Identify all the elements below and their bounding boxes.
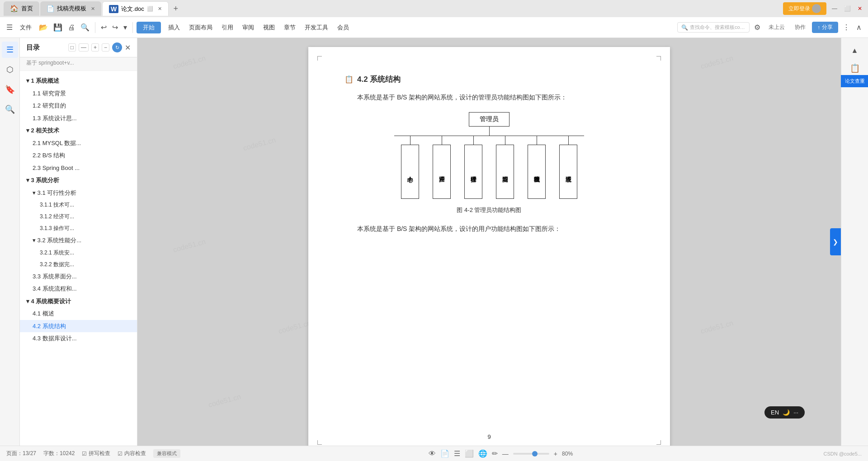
toolbar-members[interactable]: 会员 bbox=[334, 22, 353, 33]
pen-icon[interactable]: ✏ bbox=[492, 449, 498, 458]
share-button[interactable]: ↑ 分享 bbox=[812, 22, 838, 33]
toolbar-view[interactable]: 视图 bbox=[259, 22, 278, 33]
toc-item[interactable]: 3.2.2 数据完... bbox=[20, 259, 137, 270]
new-tab-button[interactable]: + bbox=[170, 2, 182, 15]
lang-label[interactable]: EN bbox=[771, 409, 779, 416]
tab-doc-close[interactable]: ✕ bbox=[158, 6, 162, 12]
content-check[interactable]: ☑ 内容检查 bbox=[118, 450, 146, 457]
user-avatar-icon bbox=[812, 4, 821, 13]
compat-mode-badge[interactable]: 兼容模式 bbox=[153, 449, 180, 458]
toc-item[interactable]: ▾ 1 系统概述 bbox=[20, 75, 137, 87]
redo-icon[interactable]: ↪ bbox=[110, 21, 120, 33]
toolbar-review[interactable]: 审阅 bbox=[239, 22, 258, 33]
more-dots[interactable]: ··· bbox=[793, 409, 798, 416]
toc-item[interactable]: 3.3 系统界面分... bbox=[20, 270, 137, 283]
toc-item[interactable]: 4.3 数据库设计... bbox=[20, 332, 137, 345]
more-icon[interactable]: ▾ bbox=[122, 21, 129, 33]
login-button[interactable]: 立即登录 bbox=[783, 2, 826, 15]
toc-item[interactable]: 2.1 MYSQL 数据... bbox=[20, 137, 137, 150]
heading-icon: 📋 bbox=[344, 75, 354, 84]
print-preview-icon[interactable]: 🔍 bbox=[79, 21, 91, 33]
doc-view-icon[interactable]: 📄 bbox=[440, 449, 449, 458]
print-icon[interactable]: 🖨 bbox=[66, 22, 77, 33]
org-child-xitongguanli: 系统管理 bbox=[552, 145, 584, 199]
right-panel-top-icon[interactable]: ▲ bbox=[846, 42, 864, 60]
tab-home[interactable]: 🏠 首页 bbox=[4, 1, 39, 16]
toc-item[interactable]: 2.2 B/S 结构 bbox=[20, 149, 137, 162]
minimize-button[interactable]: — bbox=[830, 4, 839, 13]
sidebar-expand-icon[interactable]: □ bbox=[68, 43, 76, 52]
restore-icon[interactable]: ⬜ bbox=[147, 6, 153, 12]
undo-icon[interactable]: ↩ bbox=[99, 21, 108, 33]
rail-bookmark-icon[interactable]: 🔖 bbox=[2, 81, 18, 98]
spell-check[interactable]: ☑ 拼写检查 bbox=[82, 450, 110, 457]
tab-doc[interactable]: W 论文.doc ⬜ ✕ bbox=[102, 1, 169, 16]
sidebar-add-icon[interactable]: + bbox=[91, 43, 99, 52]
toolbar-chapter[interactable]: 章节 bbox=[280, 22, 299, 33]
check-icon: 📋 bbox=[850, 63, 860, 73]
cloud-button[interactable]: 未上云 bbox=[765, 22, 788, 33]
toc-item[interactable]: 1.1 研究背景 bbox=[20, 87, 137, 100]
toc-item[interactable]: ▾ 3.2 系统性能分... bbox=[20, 234, 137, 247]
save-icon[interactable]: 💾 bbox=[52, 21, 64, 33]
dark-mode-icon[interactable]: 🌙 bbox=[783, 409, 790, 416]
rail-nav-icon[interactable]: ⬡ bbox=[2, 61, 18, 78]
list-view-icon[interactable]: ☰ bbox=[454, 449, 460, 458]
toc-item[interactable]: 1.3 系统设计思... bbox=[20, 112, 137, 125]
toc-item[interactable]: 4.1 概述 bbox=[20, 307, 137, 320]
expand-icon[interactable]: ∧ bbox=[854, 21, 863, 33]
toolbar-file[interactable]: 文件 bbox=[16, 22, 35, 33]
tab-home-label: 首页 bbox=[21, 5, 33, 13]
eye-icon[interactable]: 👁 bbox=[429, 450, 436, 458]
zoom-level[interactable]: 80% bbox=[562, 451, 576, 457]
collab-button[interactable]: 协作 bbox=[791, 22, 809, 33]
window-controls: 立即登录 — ⬜ ✕ bbox=[783, 2, 864, 15]
doc-area[interactable]: code51.cn code51.cn code51.cn code51.cn … bbox=[137, 38, 841, 446]
rail-search-icon[interactable]: 🔍 bbox=[2, 101, 18, 118]
search-icon: 🔍 bbox=[681, 24, 688, 31]
toc-item[interactable]: 3.1.2 经济可... bbox=[20, 211, 137, 222]
start-button[interactable]: 开始 bbox=[137, 22, 161, 33]
toolbar-page-layout[interactable]: 页面布局 bbox=[185, 22, 216, 33]
toc-item[interactable]: ▾ 2 相关技术 bbox=[20, 124, 137, 137]
rail-toc-icon[interactable]: ☰ bbox=[2, 42, 18, 58]
toolbar-insert[interactable]: 插入 bbox=[165, 22, 184, 33]
split-view-icon[interactable]: ⬜ bbox=[465, 449, 474, 458]
tab-wps[interactable]: 📄 找稿壳模板 ✕ bbox=[40, 1, 101, 16]
zoom-in-icon[interactable]: + bbox=[554, 450, 557, 457]
toc-item[interactable]: 4.2 系统结构 bbox=[20, 320, 137, 333]
toolbar-dev-tools[interactable]: 开发工具 bbox=[301, 22, 332, 33]
close-button[interactable]: ✕ bbox=[855, 4, 864, 13]
restore-button[interactable]: ⬜ bbox=[843, 4, 852, 13]
open-icon[interactable]: 📂 bbox=[37, 21, 50, 33]
toc-item[interactable]: 2.3 Spring Boot ... bbox=[20, 162, 137, 174]
tab-doc-label: 论文.doc bbox=[121, 5, 144, 13]
toc-item[interactable]: ▾ 3.1 可行性分析 bbox=[20, 187, 137, 199]
toc-item[interactable]: ▾ 4 系统概要设计 bbox=[20, 295, 137, 308]
more-options-icon[interactable]: ⋮ bbox=[841, 21, 852, 33]
globe-icon[interactable]: 🌐 bbox=[478, 449, 487, 458]
zoom-slider[interactable] bbox=[513, 453, 549, 455]
menu-icon[interactable]: ☰ bbox=[5, 21, 14, 33]
toolbar-ref[interactable]: 引用 bbox=[218, 22, 237, 33]
spell-check-icon: ☑ bbox=[82, 451, 87, 457]
toc-item[interactable]: 3.2.1 系统安... bbox=[20, 247, 137, 259]
sidebar-sync-icon[interactable]: ↻ bbox=[112, 42, 122, 52]
sidebar-collapse-icon[interactable]: — bbox=[79, 43, 89, 52]
language-mode-pill[interactable]: EN 🌙 ··· bbox=[764, 406, 805, 419]
expand-right-button[interactable]: ❯ bbox=[830, 228, 841, 255]
toc-item[interactable]: 3.4 系统流程和... bbox=[20, 282, 137, 295]
toc-item[interactable]: 3.1.1 技术可... bbox=[20, 199, 137, 211]
sep1 bbox=[95, 22, 95, 33]
toc-item[interactable]: 3.1.3 操作可... bbox=[20, 222, 137, 234]
tab-wps-close[interactable]: ✕ bbox=[91, 6, 95, 12]
settings-icon[interactable]: ⚙ bbox=[752, 21, 762, 33]
sidebar-minus-icon[interactable]: − bbox=[102, 43, 109, 52]
command-search[interactable]: 🔍 查找命令、搜索模板code51.cn bbox=[677, 22, 750, 33]
sidebar-close-button[interactable]: ✕ bbox=[125, 43, 131, 52]
toc-item[interactable]: ▾ 3 系统分析 bbox=[20, 174, 137, 187]
zoom-out-icon[interactable]: — bbox=[502, 450, 509, 457]
toc-item[interactable]: 1.2 研究目的 bbox=[20, 99, 137, 112]
paper-check-button[interactable]: 论文查重 bbox=[837, 75, 868, 87]
search-placeholder: 查找命令、搜索模板code51.cn bbox=[690, 24, 745, 31]
